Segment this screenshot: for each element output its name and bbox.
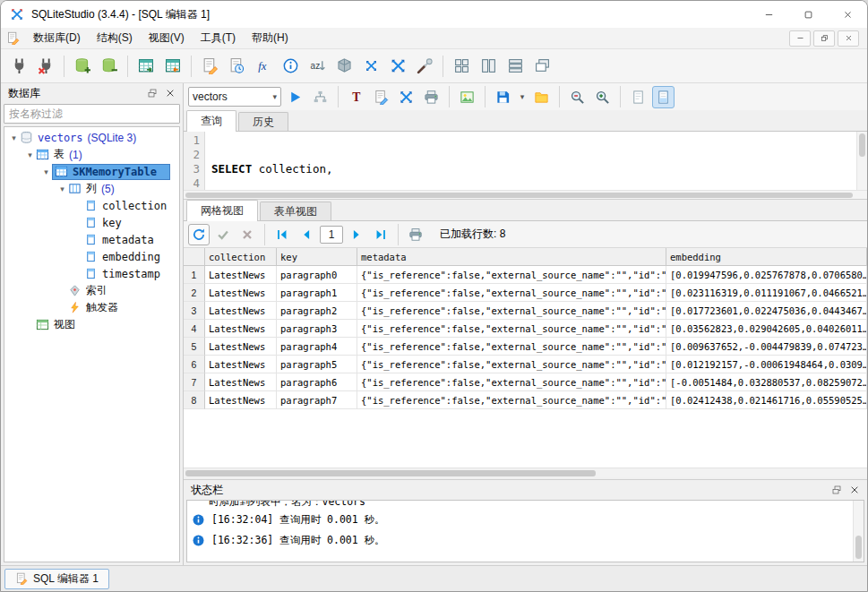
rollback-button[interactable] [236, 224, 258, 245]
mdi-minimize-button[interactable] [789, 30, 811, 47]
row-number[interactable]: 7 [184, 373, 205, 391]
cell-embedding[interactable]: [0.012192157,-0.00061948464,0.0309… [666, 356, 867, 373]
tree-item-vectors[interactable]: ▾ vectors (SQLite 3) [4, 129, 179, 146]
tree-item-tables[interactable]: ▾ 表 (1) [4, 146, 179, 163]
explain-query-plan-button[interactable] [309, 86, 331, 108]
tab-grid-view[interactable]: 网格视图 [186, 200, 258, 221]
results-in-tab-button[interactable] [652, 86, 675, 108]
sql-editor-window-button[interactable] [358, 54, 383, 79]
taskbar-tab-sql-editor[interactable]: SQL 编辑器 1 [4, 569, 109, 589]
mdi-tile-horizontal-button[interactable] [503, 54, 528, 79]
menu-view[interactable]: 视图(V) [141, 28, 193, 48]
scrollbar-thumb[interactable] [859, 133, 865, 157]
collations-editor-button[interactable] [305, 54, 330, 79]
cell-metadata[interactable]: {"is_reference":false,"external_source_n… [357, 284, 666, 302]
tree-item-column-embedding[interactable]: embedding [4, 248, 179, 265]
tree-item-skmemorytable[interactable]: ▾ SKMemoryTable [4, 163, 179, 180]
mdi-close-button[interactable] [838, 30, 859, 47]
cell-collection[interactable]: LatestNews [205, 284, 277, 302]
maximize-button[interactable] [788, 1, 828, 28]
table-row[interactable]: 6 LatestNews paragraph5 {"is_reference":… [184, 356, 867, 373]
menu-database[interactable]: 数据库(D) [25, 28, 89, 48]
cell-collection[interactable]: LatestNews [205, 302, 277, 320]
remove-database-button[interactable] [97, 54, 122, 79]
cell-embedding[interactable]: [0.02412438,0.021461716,0.05590525… [666, 391, 867, 409]
cell-collection[interactable]: LatestNews [205, 391, 277, 409]
execute-query-button[interactable] [284, 86, 306, 108]
results-below-button[interactable] [627, 86, 649, 108]
disconnect-database-button[interactable] [33, 54, 58, 79]
connect-database-button[interactable] [6, 54, 31, 79]
cell-embedding[interactable]: [0.017723601,0.022475036,0.0443467… [666, 302, 867, 320]
export-image-button[interactable] [456, 86, 478, 108]
mdi-tile-grid-button[interactable] [449, 54, 474, 79]
commit-button[interactable] [212, 224, 234, 245]
row-number[interactable]: 6 [184, 356, 205, 373]
cell-key[interactable]: paragraph1 [277, 284, 357, 302]
tree-item-views[interactable]: 视图 [4, 316, 179, 333]
cell-key[interactable]: paragraph6 [277, 373, 357, 391]
column-header-metadata[interactable]: metadata [357, 248, 666, 266]
cell-key[interactable]: paragraph0 [277, 266, 357, 284]
menu-tools[interactable]: 工具(T) [193, 28, 244, 48]
previous-page-button[interactable] [296, 224, 317, 245]
chevron-down-icon[interactable]: ▾ [40, 167, 52, 176]
cell-embedding[interactable]: [0.023116319,0.011191067,0.0466521… [666, 284, 867, 302]
mdi-cascade-button[interactable] [529, 54, 554, 79]
ddl-history-button[interactable] [224, 54, 249, 79]
menu-help[interactable]: 帮助(H) [244, 28, 296, 48]
page-number-input[interactable] [320, 226, 343, 244]
add-database-button[interactable] [70, 54, 95, 79]
float-panel-button[interactable] [143, 86, 161, 101]
table-row[interactable]: 5 LatestNews paragraph4 {"is_reference":… [184, 338, 867, 356]
cell-metadata[interactable]: {"is_reference":false,"external_source_n… [357, 266, 666, 284]
column-header-collection[interactable]: collection [205, 248, 277, 266]
close-panel-button[interactable] [846, 483, 864, 498]
scrollbar-thumb[interactable] [185, 193, 853, 198]
row-number[interactable]: 2 [184, 284, 205, 302]
sql-editor-window-button-2[interactable] [385, 54, 410, 79]
row-number[interactable]: 5 [184, 338, 205, 356]
cell-metadata[interactable]: {"is_reference":false,"external_source_n… [357, 373, 666, 391]
cell-metadata[interactable]: {"is_reference":false,"external_source_n… [357, 338, 666, 356]
close-panel-button[interactable] [161, 86, 179, 101]
table-row[interactable]: 3 LatestNews paragraph2 {"is_reference":… [184, 302, 867, 320]
cell-collection[interactable]: LatestNews [205, 373, 277, 391]
cell-embedding[interactable]: [0.019947596,0.025767878,0.0706580… [666, 266, 867, 284]
search-zoom-out-button[interactable] [566, 86, 589, 108]
table-row[interactable]: 7 LatestNews paragraph6 {"is_reference":… [184, 373, 867, 391]
format-sql-button[interactable] [395, 86, 417, 108]
open-file-button[interactable] [530, 86, 553, 108]
cell-key[interactable]: paragraph4 [277, 338, 357, 356]
search-zoom-in-button[interactable] [591, 86, 614, 108]
tree-item-triggers[interactable]: 触发器 [4, 299, 179, 316]
database-info-button[interactable] [278, 54, 303, 79]
close-button[interactable] [828, 1, 867, 28]
tree-item-column-timestamp[interactable]: timestamp [4, 265, 179, 282]
open-sql-editor-button[interactable] [197, 54, 222, 79]
float-panel-button[interactable] [828, 483, 846, 498]
row-number[interactable]: 3 [184, 302, 205, 320]
extension-manager-button[interactable] [331, 54, 357, 79]
grid-corner[interactable] [184, 248, 205, 266]
column-header-embedding[interactable]: embedding [666, 248, 867, 266]
cell-collection[interactable]: LatestNews [205, 356, 277, 373]
cell-key[interactable]: paragraph7 [277, 391, 357, 409]
next-page-button[interactable] [346, 224, 367, 245]
vertical-scrollbar[interactable] [853, 501, 864, 562]
cell-collection[interactable]: LatestNews [205, 266, 277, 284]
column-header-key[interactable]: key [277, 248, 357, 266]
table-row[interactable]: 8 LatestNews paragraph7 {"is_reference":… [184, 391, 867, 409]
mdi-tile-vertical-button[interactable] [476, 54, 501, 79]
text-format-button[interactable] [345, 86, 367, 108]
row-number[interactable]: 4 [184, 320, 205, 338]
save-dropdown-button[interactable]: ▾ [517, 86, 528, 108]
chevron-down-icon[interactable]: ▾ [24, 150, 36, 159]
tree-item-indexes[interactable]: 索引 [4, 282, 179, 299]
cell-metadata[interactable]: {"is_reference":false,"external_source_n… [357, 320, 666, 338]
tab-form-view[interactable]: 表单视图 [260, 202, 331, 220]
tree-item-column-metadata[interactable]: metadata [4, 231, 179, 248]
tab-query[interactable]: 查询 [186, 110, 236, 132]
export-table-data-button[interactable] [160, 54, 185, 79]
horizontal-scrollbar[interactable] [184, 468, 867, 477]
